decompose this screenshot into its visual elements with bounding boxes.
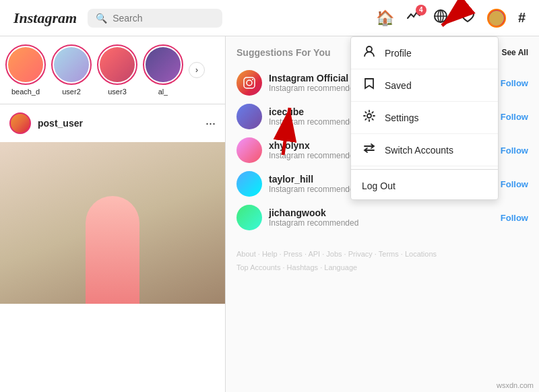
footer-api[interactable]: API [308, 250, 320, 258]
footer-row-1: About · Help · Press · API · Jobs · Priv… [236, 248, 528, 261]
explore-icon[interactable] [433, 9, 448, 28]
profile-avatar-button[interactable] [487, 9, 506, 28]
post-user-info: post_user [9, 112, 83, 134]
suggestion-avatar [236, 104, 262, 129]
story-label: beach_d [11, 88, 40, 96]
dropdown-saved-item[interactable]: Saved [351, 69, 498, 102]
left-panel: beach_d user2 user3 al_ › [0, 36, 226, 392]
footer-privacy[interactable]: Privacy [348, 250, 373, 258]
follow-button[interactable]: Follow [501, 78, 528, 88]
profile-label: Profile [385, 48, 412, 59]
search-input[interactable] [113, 13, 214, 24]
post-avatar [9, 112, 31, 134]
suggestion-sub: Instagram recommended [269, 218, 494, 228]
suggestions-title: Suggestions For You [236, 47, 331, 58]
settings-icon [362, 110, 377, 125]
suggestion-avatar [236, 171, 262, 197]
profile-icon [362, 45, 377, 61]
footer-language[interactable]: Language [324, 263, 357, 271]
story-label: al_ [158, 88, 168, 96]
profile-dropdown: Profile Saved Settings Switch Accounts L [350, 36, 499, 200]
avatar-image [489, 11, 504, 26]
suggestion-row: jichangwook Instagram recommended Follow [236, 201, 528, 234]
post-area: post_user ··· [0, 104, 225, 304]
home-icon[interactable]: 🏠 [376, 9, 394, 27]
svg-point-5 [367, 114, 371, 118]
follow-button[interactable]: Follow [501, 179, 528, 189]
story-avatar [143, 44, 183, 85]
svg-point-4 [367, 46, 372, 52]
settings-label: Settings [385, 112, 419, 123]
story-avatar [51, 44, 92, 85]
dropdown-divider [351, 169, 498, 170]
footer-jobs[interactable]: Jobs [326, 250, 342, 258]
footer-row-2: Top Accounts · Hashtags · Language [236, 261, 528, 275]
dropdown-profile-item[interactable]: Profile [351, 37, 498, 69]
story-avatar-image [100, 47, 135, 82]
story-avatar-image [146, 47, 181, 82]
story-avatar-image [54, 47, 89, 82]
suggestion-avatar [236, 205, 262, 230]
header-left: Instagram 🔍 [13, 9, 222, 28]
story-item[interactable]: al_ [143, 44, 183, 96]
story-item[interactable]: user3 [97, 44, 137, 96]
follow-button[interactable]: Follow [501, 112, 528, 122]
post-username: post_user [38, 118, 83, 129]
post-header: post_user ··· [0, 104, 225, 142]
follow-button[interactable]: Follow [501, 145, 528, 156]
search-bar[interactable]: 🔍 [88, 9, 222, 28]
notification-badge: 4 [416, 5, 426, 15]
svg-point-8 [252, 79, 253, 80]
stories-row: beach_d user2 user3 al_ › [0, 36, 225, 104]
post-image [0, 142, 225, 304]
search-icon: 🔍 [96, 13, 107, 24]
saved-label: Saved [385, 80, 412, 91]
header-nav: 🏠 4 # [376, 9, 526, 28]
post-more-button[interactable]: ··· [205, 117, 216, 131]
saved-icon [362, 77, 377, 93]
header: Instagram 🔍 🏠 4 [0, 0, 539, 36]
suggestion-avatar [236, 70, 262, 96]
footer-help[interactable]: Help [262, 250, 278, 258]
story-avatar-image [8, 47, 43, 82]
dropdown-settings-item[interactable]: Settings [351, 102, 498, 134]
stories-next-button[interactable]: › [189, 62, 205, 78]
story-item[interactable]: beach_d [5, 44, 46, 96]
dropdown-switch-item[interactable]: Switch Accounts [351, 134, 498, 166]
logout-label: Log Out [362, 181, 395, 191]
footer-links: About · Help · Press · API · Jobs · Priv… [236, 248, 528, 275]
footer-top-accounts[interactable]: Top Accounts [236, 263, 280, 271]
hashtag-icon[interactable]: # [518, 10, 526, 26]
heart-icon[interactable] [460, 9, 475, 28]
suggestion-info: jichangwook Instagram recommended [269, 207, 494, 228]
activity-icon[interactable]: 4 [406, 9, 421, 28]
svg-point-7 [247, 80, 252, 86]
follow-button[interactable]: Follow [501, 213, 528, 223]
story-avatar [97, 44, 137, 85]
story-label: user2 [62, 88, 81, 96]
suggestion-avatar [236, 137, 262, 163]
suggestion-username: jichangwook [269, 207, 494, 218]
switch-label: Switch Accounts [385, 145, 453, 156]
story-item[interactable]: user2 [51, 44, 92, 96]
dropdown-logout-item[interactable]: Log Out [351, 172, 498, 199]
story-avatar [5, 44, 46, 85]
footer-hashtags[interactable]: Hashtags [287, 263, 318, 271]
watermark: wsxdn.com [497, 381, 534, 389]
post-figure [86, 196, 139, 304]
story-label: user3 [108, 88, 127, 96]
footer-press[interactable]: Press [284, 250, 303, 258]
footer-locations[interactable]: Locations [405, 250, 437, 258]
switch-icon [362, 142, 377, 158]
instagram-logo: Instagram [13, 9, 77, 27]
footer-terms[interactable]: Terms [379, 250, 399, 258]
see-all-button[interactable]: See All [501, 48, 528, 57]
footer-about[interactable]: About [236, 250, 256, 258]
